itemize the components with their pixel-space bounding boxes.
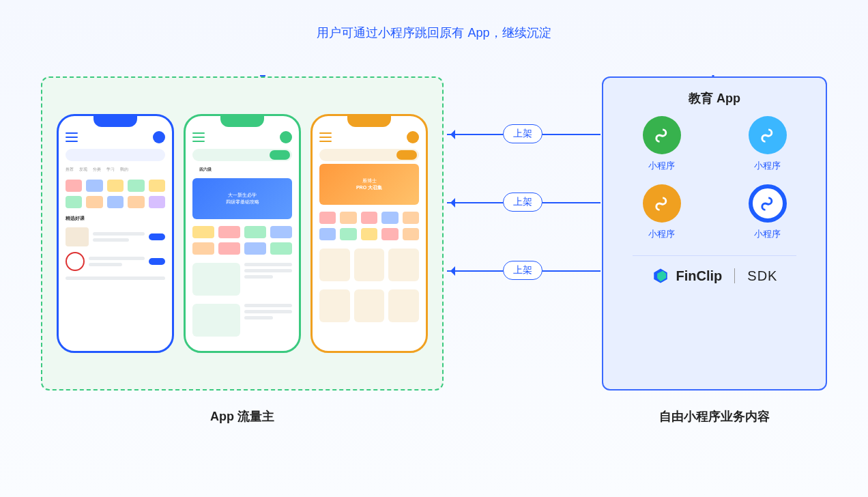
card-row — [313, 244, 426, 285]
search-bar — [192, 149, 292, 161]
shelf-label: 上架 — [503, 261, 542, 280]
miniprogram-label: 小程序 — [754, 228, 781, 240]
list-item — [59, 225, 172, 249]
finclip-sdk-badge: FinClip SDK — [652, 267, 778, 285]
menu-icon — [319, 132, 332, 142]
category-icons — [313, 208, 426, 244]
promo-banner: 雁博士PRO 大召集 — [319, 164, 419, 205]
list-item — [59, 274, 172, 283]
phone-notch — [93, 116, 137, 127]
miniprogram-icon — [749, 184, 787, 223]
menu-icon — [192, 132, 205, 142]
sdk-text: SDK — [747, 268, 777, 284]
card-row — [186, 259, 299, 300]
miniprogram-icon — [643, 184, 681, 223]
right-caption: 自由小程序业务内容 — [602, 408, 827, 425]
finclip-logo-icon — [652, 267, 669, 285]
list-item — [59, 249, 172, 274]
miniprogram-icon — [643, 116, 681, 154]
vertical-divider — [734, 268, 735, 283]
phone-header — [186, 128, 299, 146]
avatar-icon — [280, 131, 292, 143]
card-row — [186, 300, 299, 341]
card-row — [313, 285, 426, 326]
category-icons — [186, 222, 299, 259]
miniprogram-label: 小程序 — [754, 160, 781, 172]
miniprogram-grid: 小程序 小程序 小程序 小程序 — [617, 116, 812, 240]
finclip-brand-text: FinClip — [676, 268, 723, 284]
left-caption: App 流量主 — [41, 408, 444, 425]
category-tabs: 四六级 — [186, 164, 299, 175]
diagram-canvas: 推荐发现分类学习我的 精选好课 四六级 大一新生必学四级零基础攻略 — [41, 75, 827, 436]
shelf-label: 上架 — [503, 193, 542, 212]
phone-header — [313, 128, 426, 146]
category-icons — [59, 175, 172, 212]
promo-banner: 大一新生必学四级零基础攻略 — [192, 178, 292, 219]
miniprogram-label: 小程序 — [648, 228, 675, 240]
education-app-box: 教育 App 小程序 小程序 小程序 — [602, 76, 827, 390]
search-bar — [66, 149, 165, 161]
miniprogram-item: 小程序 — [629, 116, 694, 172]
miniprogram-item: 小程序 — [735, 184, 800, 240]
top-return-label: 用户可通过小程序跳回原有 App，继续沉淀 — [317, 25, 551, 41]
avatar-icon — [153, 131, 165, 143]
miniprogram-item: 小程序 — [629, 184, 694, 240]
avatar-icon — [407, 131, 419, 143]
miniprogram-icon — [749, 116, 787, 154]
menu-icon — [66, 132, 78, 142]
shelf-label: 上架 — [503, 124, 542, 143]
app-traffic-owner-box: 推荐发现分类学习我的 精选好课 四六级 大一新生必学四级零基础攻略 — [41, 76, 444, 390]
search-bar — [319, 149, 419, 161]
phone-mockup-orange: 雁博士PRO 大召集 — [310, 114, 428, 353]
phone-mockup-blue: 推荐发现分类学习我的 精选好课 — [57, 114, 174, 353]
phone-notch — [220, 116, 264, 127]
category-tabs: 推荐发现分类学习我的 — [59, 164, 172, 175]
phone-mockup-green: 四六级 大一新生必学四级零基础攻略 — [184, 114, 301, 353]
section-title: 精选好课 — [59, 212, 172, 225]
miniprogram-label: 小程序 — [648, 160, 675, 172]
phone-header — [59, 128, 172, 146]
divider — [633, 255, 796, 256]
miniprogram-item: 小程序 — [735, 116, 800, 172]
education-app-title: 教育 App — [689, 90, 740, 106]
phone-notch — [347, 116, 391, 127]
